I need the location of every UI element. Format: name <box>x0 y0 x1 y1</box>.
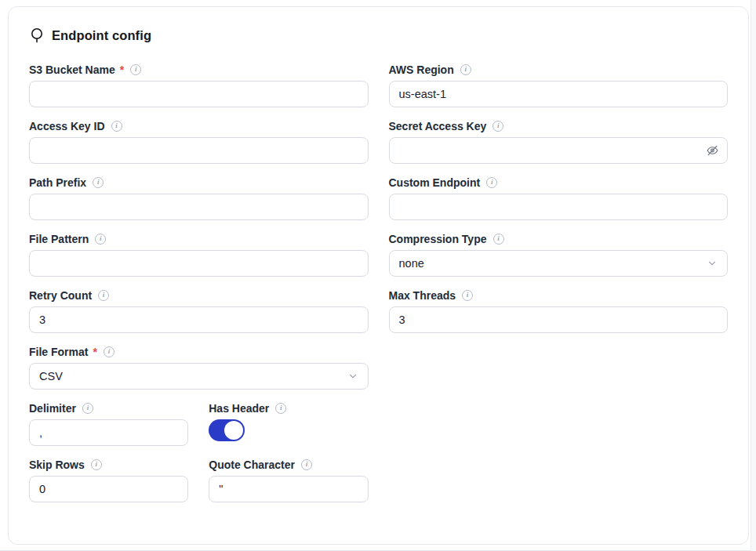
info-icon[interactable]: i <box>95 234 106 245</box>
info-icon[interactable]: i <box>301 459 312 470</box>
info-icon[interactable]: i <box>104 346 114 357</box>
scrollbar-track[interactable] <box>751 0 756 551</box>
card-header: Endpoint config <box>29 27 728 43</box>
info-icon[interactable]: i <box>93 177 104 188</box>
secret-access-key-label: Secret Access Key <box>389 120 487 132</box>
field-skip-rows: Skip Rows i <box>29 457 188 502</box>
file-pattern-input[interactable] <box>29 250 369 277</box>
field-retry-count: Retry Count i <box>29 288 369 333</box>
info-icon[interactable]: i <box>486 177 497 188</box>
chevron-down-icon <box>707 258 718 269</box>
access-key-id-label: Access Key ID <box>29 120 105 132</box>
field-file-pattern: File Pattern i <box>29 231 369 277</box>
retry-count-input[interactable] <box>29 306 369 333</box>
quote-character-input[interactable] <box>209 476 368 502</box>
field-file-format: File Format * i CSV <box>29 344 369 390</box>
aws-region-input[interactable] <box>389 81 729 107</box>
field-compression-type: Compression Type i none <box>389 231 729 277</box>
info-icon[interactable]: i <box>462 290 473 301</box>
aws-region-label: AWS Region <box>389 63 454 76</box>
eye-off-icon[interactable] <box>706 144 719 158</box>
compression-type-label: Compression Type <box>389 233 487 245</box>
retry-count-label: Retry Count <box>29 289 92 302</box>
field-quote-character: Quote Character i <box>209 457 368 502</box>
field-access-key-id: Access Key ID i <box>29 118 369 164</box>
field-custom-endpoint: Custom Endpoint i <box>389 175 729 220</box>
s3-bucket-name-input[interactable] <box>29 81 369 107</box>
info-icon[interactable]: i <box>130 64 141 75</box>
custom-endpoint-input[interactable] <box>389 194 729 220</box>
endpoint-config-form: S3 Bucket Name * i AWS Region i Access K… <box>29 62 728 513</box>
quote-character-label: Quote Character <box>209 459 295 471</box>
custom-endpoint-label: Custom Endpoint <box>389 176 481 189</box>
file-format-select[interactable]: CSV <box>29 363 369 390</box>
field-path-prefix: Path Prefix i <box>29 175 369 220</box>
path-prefix-input[interactable] <box>29 194 369 220</box>
endpoint-config-card: Endpoint config S3 Bucket Name * i AWS R… <box>8 6 749 545</box>
info-icon[interactable]: i <box>82 403 93 414</box>
max-threads-input[interactable] <box>389 306 729 333</box>
info-icon[interactable]: i <box>111 121 122 132</box>
info-icon[interactable]: i <box>91 459 102 470</box>
field-delimiter: Delimiter i <box>29 401 188 446</box>
field-has-header: Has Header i <box>209 401 368 446</box>
compression-type-value: none <box>399 257 424 270</box>
file-format-label: File Format <box>29 346 88 358</box>
info-icon[interactable]: i <box>493 234 504 245</box>
field-secret-access-key: Secret Access Key i <box>389 118 729 164</box>
has-header-toggle[interactable] <box>209 419 245 441</box>
file-format-value: CSV <box>39 370 63 382</box>
file-pattern-label: File Pattern <box>29 233 89 245</box>
csv-options-subgrid: Delimiter i Has Header i <box>29 401 369 513</box>
has-header-label: Has Header <box>209 402 269 415</box>
info-icon[interactable]: i <box>460 64 471 75</box>
required-asterisk: * <box>120 63 124 76</box>
skip-rows-input[interactable] <box>29 476 188 502</box>
compression-type-select[interactable]: none <box>389 250 729 277</box>
path-prefix-label: Path Prefix <box>29 176 86 189</box>
s3-bucket-name-label: S3 Bucket Name <box>29 63 115 76</box>
chevron-down-icon <box>347 371 358 382</box>
secret-access-key-input[interactable] <box>389 137 729 164</box>
required-asterisk: * <box>93 346 96 358</box>
toggle-knob <box>224 421 243 440</box>
info-icon[interactable]: i <box>275 403 286 414</box>
endpoint-pin-icon <box>29 27 45 43</box>
skip-rows-label: Skip Rows <box>29 459 85 471</box>
field-max-threads: Max Threads i <box>389 288 729 333</box>
delimiter-label: Delimiter <box>29 402 76 415</box>
max-threads-label: Max Threads <box>389 289 456 302</box>
info-icon[interactable]: i <box>98 290 109 301</box>
page-title: Endpoint config <box>52 28 151 43</box>
field-s3-bucket-name: S3 Bucket Name * i <box>29 62 369 107</box>
access-key-id-input[interactable] <box>29 137 369 164</box>
info-icon[interactable]: i <box>492 121 503 132</box>
field-aws-region: AWS Region i <box>389 62 729 107</box>
delimiter-input[interactable] <box>29 419 188 446</box>
